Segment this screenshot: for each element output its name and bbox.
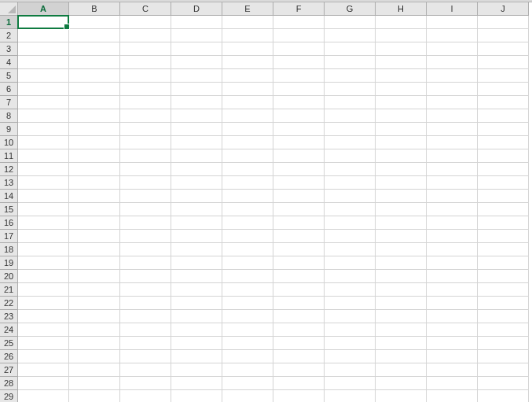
cell-I20[interactable] <box>427 270 478 283</box>
cell-A18[interactable] <box>18 243 69 256</box>
cell-A24[interactable] <box>18 323 69 337</box>
cell-J24[interactable] <box>478 323 529 337</box>
cell-D9[interactable] <box>171 123 222 136</box>
cell-G13[interactable] <box>325 176 376 190</box>
cell-J6[interactable] <box>478 83 529 96</box>
cell-I10[interactable] <box>427 136 478 149</box>
cell-H14[interactable] <box>376 190 427 203</box>
cell-A16[interactable] <box>18 216 69 230</box>
cell-B16[interactable] <box>69 216 120 230</box>
cell-G22[interactable] <box>325 297 376 310</box>
cell-D20[interactable] <box>171 270 222 283</box>
cell-F8[interactable] <box>273 109 325 123</box>
cell-F17[interactable] <box>273 230 325 243</box>
cell-H17[interactable] <box>376 230 427 243</box>
cell-G27[interactable] <box>325 363 376 377</box>
row-header-24[interactable]: 24 <box>0 323 18 337</box>
cell-J28[interactable] <box>478 377 529 390</box>
cell-G25[interactable] <box>325 337 376 350</box>
cell-A9[interactable] <box>18 123 69 136</box>
cell-I3[interactable] <box>427 42 478 56</box>
cell-D4[interactable] <box>171 56 222 69</box>
cell-A21[interactable] <box>18 283 69 297</box>
cell-H9[interactable] <box>376 123 427 136</box>
cell-E13[interactable] <box>222 176 273 190</box>
cell-B11[interactable] <box>69 149 120 163</box>
cell-F19[interactable] <box>273 256 325 270</box>
cell-I19[interactable] <box>427 256 478 270</box>
row-header-17[interactable]: 17 <box>0 230 18 243</box>
cell-C9[interactable] <box>120 123 171 136</box>
cell-J27[interactable] <box>478 363 529 377</box>
column-header-G[interactable]: G <box>325 2 376 16</box>
cell-H5[interactable] <box>376 69 427 83</box>
cell-G16[interactable] <box>325 216 376 230</box>
cell-C13[interactable] <box>120 176 171 190</box>
cell-G3[interactable] <box>325 42 376 56</box>
cell-C17[interactable] <box>120 230 171 243</box>
cell-D23[interactable] <box>171 310 222 323</box>
cell-J13[interactable] <box>478 176 529 190</box>
cell-C10[interactable] <box>120 136 171 149</box>
cell-J20[interactable] <box>478 270 529 283</box>
row-header-19[interactable]: 19 <box>0 256 18 270</box>
cell-H4[interactable] <box>376 56 427 69</box>
column-header-D[interactable]: D <box>171 2 222 16</box>
cell-B20[interactable] <box>69 270 120 283</box>
cell-C8[interactable] <box>120 109 171 123</box>
row-header-27[interactable]: 27 <box>0 363 18 377</box>
row-header-29[interactable]: 29 <box>0 390 18 402</box>
cell-B13[interactable] <box>69 176 120 190</box>
cell-I6[interactable] <box>427 83 478 96</box>
row-header-12[interactable]: 12 <box>0 163 18 176</box>
cell-G28[interactable] <box>325 377 376 390</box>
cell-H27[interactable] <box>376 363 427 377</box>
cell-A12[interactable] <box>18 163 69 176</box>
cell-D21[interactable] <box>171 283 222 297</box>
cell-E28[interactable] <box>222 377 273 390</box>
cell-B17[interactable] <box>69 230 120 243</box>
cell-D6[interactable] <box>171 83 222 96</box>
cell-C6[interactable] <box>120 83 171 96</box>
cell-G7[interactable] <box>325 96 376 109</box>
cell-A14[interactable] <box>18 190 69 203</box>
cell-E20[interactable] <box>222 270 273 283</box>
cell-A7[interactable] <box>18 96 69 109</box>
cell-D10[interactable] <box>171 136 222 149</box>
cell-C3[interactable] <box>120 42 171 56</box>
cell-I11[interactable] <box>427 149 478 163</box>
cell-E5[interactable] <box>222 69 273 83</box>
cell-H23[interactable] <box>376 310 427 323</box>
cell-H15[interactable] <box>376 203 427 216</box>
cell-F24[interactable] <box>273 323 325 337</box>
cell-C26[interactable] <box>120 350 171 363</box>
cell-H2[interactable] <box>376 29 427 42</box>
cell-A5[interactable] <box>18 69 69 83</box>
cell-D27[interactable] <box>171 363 222 377</box>
cell-G14[interactable] <box>325 190 376 203</box>
row-header-14[interactable]: 14 <box>0 190 18 203</box>
row-header-25[interactable]: 25 <box>0 337 18 350</box>
cell-D7[interactable] <box>171 96 222 109</box>
cell-D1[interactable] <box>171 16 222 29</box>
cell-D12[interactable] <box>171 163 222 176</box>
row-header-18[interactable]: 18 <box>0 243 18 256</box>
cell-F18[interactable] <box>273 243 325 256</box>
cell-B1[interactable] <box>69 16 120 29</box>
cell-J19[interactable] <box>478 256 529 270</box>
cell-I12[interactable] <box>427 163 478 176</box>
cell-A19[interactable] <box>18 256 69 270</box>
cell-E7[interactable] <box>222 96 273 109</box>
cell-I27[interactable] <box>427 363 478 377</box>
row-header-10[interactable]: 10 <box>0 136 18 149</box>
cell-G29[interactable] <box>325 390 376 402</box>
cell-B7[interactable] <box>69 96 120 109</box>
cell-J25[interactable] <box>478 337 529 350</box>
row-header-26[interactable]: 26 <box>0 350 18 363</box>
cell-J17[interactable] <box>478 230 529 243</box>
cell-F25[interactable] <box>273 337 325 350</box>
cell-C7[interactable] <box>120 96 171 109</box>
cell-G2[interactable] <box>325 29 376 42</box>
cell-C14[interactable] <box>120 190 171 203</box>
cell-G21[interactable] <box>325 283 376 297</box>
